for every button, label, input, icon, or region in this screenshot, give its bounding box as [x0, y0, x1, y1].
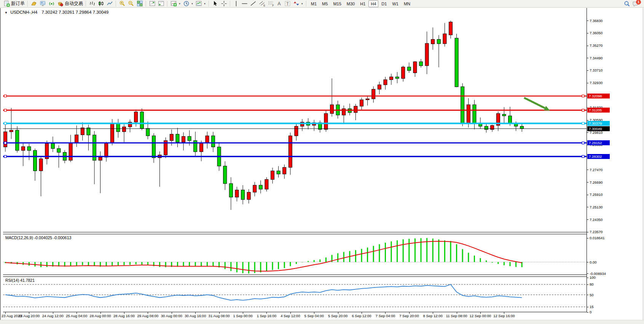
line-handle [582, 122, 584, 124]
price-level-badge-resistance-lower: 7.31205 [587, 108, 610, 113]
channel-button[interactable]: E [258, 0, 266, 7]
trendline-button[interactable] [249, 0, 258, 7]
candle-up [235, 190, 239, 197]
line-chart-button[interactable] [105, 0, 114, 7]
candle-up [295, 126, 298, 136]
templates-icon [196, 0, 202, 7]
candle-down [87, 128, 90, 135]
zoom-in-button[interactable] [118, 0, 127, 7]
time-axis-label: 30 Aug 16:00 [185, 314, 206, 318]
time-axis-label: 4 Sep 12:00 [281, 314, 300, 318]
timeframe-button-MN[interactable]: MN [402, 0, 413, 7]
gold-button[interactable] [30, 0, 38, 7]
candle-down [241, 190, 245, 200]
candle-down [140, 112, 143, 129]
timeframe-button-M15[interactable]: M15 [331, 0, 343, 7]
timeframe-button-M1[interactable]: M1 [309, 0, 319, 7]
tile-windows-button[interactable] [135, 0, 144, 7]
horizontal-line-button[interactable] [240, 0, 249, 7]
chart-collapse-icon[interactable]: ▼ [5, 11, 8, 14]
templates-button[interactable]: ▼ [194, 0, 207, 7]
bar-chart-button[interactable] [88, 0, 97, 7]
toolbar-separator [146, 1, 147, 6]
candle-up [110, 123, 114, 143]
candle-down [229, 184, 233, 197]
price-axis-tick [587, 46, 588, 46]
candle-up [75, 135, 78, 143]
vertical-line-button[interactable] [232, 0, 240, 7]
candle-up [21, 147, 25, 151]
candle-up [253, 185, 257, 192]
timeframe-button-M30[interactable]: M30 [344, 0, 357, 7]
vertical-line-icon [233, 0, 239, 7]
timeframe-button-D1[interactable]: D1 [379, 0, 389, 7]
price-axis-tick [587, 70, 588, 71]
market-watch-button[interactable] [38, 0, 47, 7]
price-axis-tick [587, 58, 588, 58]
dropdown-caret-icon: ▼ [301, 3, 303, 5]
svg-text:A: A [277, 1, 281, 6]
line-handle [582, 142, 584, 144]
toolbar-separator [209, 1, 209, 6]
crosshair-button[interactable] [220, 0, 228, 7]
timeframe-button-W1[interactable]: W1 [390, 0, 401, 7]
price-axis-tick [587, 83, 588, 83]
macd-histogram [5, 238, 522, 273]
rsi-panel-canvas[interactable] [3, 276, 587, 312]
signal-button[interactable] [47, 0, 56, 7]
toolbar-separator [27, 1, 28, 6]
rsi-line [5, 284, 522, 300]
candle-up [123, 127, 126, 132]
search-icon [623, 0, 631, 7]
notification-badge: 1 [636, 0, 641, 5]
macd-axis-tick [587, 238, 588, 238]
price-tick-label: 7.26690 [590, 180, 603, 184]
search-button[interactable] [622, 0, 632, 7]
timeframe-button-M5[interactable]: M5 [320, 0, 330, 7]
candle-down [277, 171, 280, 174]
macd-panel-canvas[interactable] [3, 234, 587, 275]
candle-down [395, 77, 399, 78]
indicators-button[interactable]: ▼ [169, 0, 182, 7]
rsi-axis-tick [587, 307, 588, 307]
time-axis-label: 7 Sep 04:00 [376, 314, 395, 318]
candle-up [360, 100, 363, 106]
candlestick-button[interactable] [97, 0, 105, 7]
candle-down [116, 123, 120, 132]
candle-up [265, 179, 268, 189]
arrows-tool-button[interactable]: ▼ [292, 0, 304, 7]
rsi-axis-tick [587, 295, 588, 295]
zoom-in-icon [119, 0, 126, 7]
crosshair-icon [221, 0, 227, 7]
toolbar-separator [167, 1, 168, 6]
channel-icon: E [259, 0, 265, 7]
price-tick-label: 7.35270 [590, 43, 603, 48]
candle-up [372, 89, 375, 99]
candle-up [354, 106, 357, 113]
line-handle [582, 109, 584, 111]
candle-up [10, 130, 13, 132]
candle-up [39, 159, 43, 171]
price-tick-label: 7.23570 [590, 230, 603, 234]
periods-button[interactable]: ▼ [182, 0, 194, 7]
cursor-button[interactable] [211, 0, 220, 7]
main-chart-canvas[interactable] [3, 8, 587, 232]
new-order-button[interactable]: 新订单 [2, 0, 26, 7]
candle-up [378, 85, 381, 89]
autotrade-button[interactable]: 自动交易 [56, 0, 84, 7]
notifications-button[interactable]: 1 [632, 0, 640, 7]
zoom-out-button[interactable] [127, 0, 135, 7]
fibonacci-button[interactable]: F [266, 0, 275, 7]
label-tool-button[interactable]: T [283, 0, 292, 7]
toolbar-separator [86, 1, 86, 6]
price-level-badge-pivot-cyan: 7.30379 [587, 121, 610, 126]
timeframe-button-H4[interactable]: H4 [368, 0, 378, 7]
text-tool-button[interactable]: A [275, 0, 283, 7]
autotrade-icon [57, 0, 64, 7]
dropdown-caret-icon: ▼ [191, 3, 193, 5]
text-tool-icon: A [276, 0, 282, 7]
auto-scroll-button[interactable] [157, 0, 166, 7]
time-axis-label: 8 Sep 12:00 [423, 314, 443, 318]
chart-shift-button[interactable] [148, 0, 157, 7]
timeframe-button-H1[interactable]: H1 [358, 0, 368, 7]
